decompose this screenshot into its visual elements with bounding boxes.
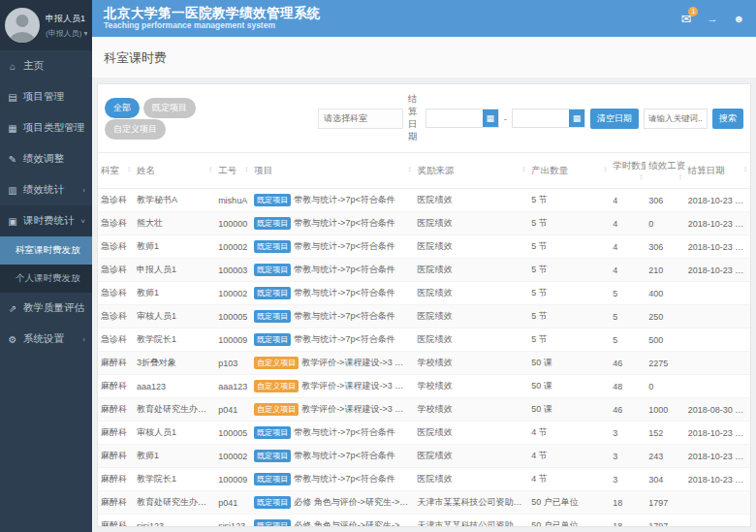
cell-department: 麻醉科 — [98, 491, 134, 515]
cell-settle-date — [685, 491, 750, 515]
column-header[interactable]: 项目↕ — [251, 153, 414, 189]
sort-icon[interactable]: ↕ — [407, 165, 411, 173]
sidebar-item-3[interactable]: ▦项目类型管理 — [0, 112, 92, 143]
message-icon[interactable]: ✉ 1 — [681, 12, 692, 26]
cell-hours: 18 — [610, 491, 646, 515]
cell-employee-id: 100002 — [215, 282, 251, 305]
search-button[interactable]: 搜索 — [712, 109, 743, 129]
table-row[interactable]: 麻醉科3折叠对象p103自定义项目教学评价->课程建设->3 本科->3 无教授… — [98, 352, 750, 375]
sidebar-item-4[interactable]: ✎绩效调整 — [0, 143, 92, 174]
cell-name: 审核人员1 — [134, 422, 215, 445]
date-end-input[interactable] — [513, 110, 569, 127]
cell-salary: 152 — [646, 422, 684, 445]
cell-employee-id: p041 — [215, 398, 251, 422]
department-select-input[interactable] — [318, 109, 403, 129]
table-row[interactable]: 急诊科教学院长1100009既定项目带教与统计->7p<符合条件医院绩效5 节5… — [98, 329, 750, 352]
project-type-badge: 既定项目 — [254, 194, 291, 206]
date-end-field: ▦ — [512, 109, 585, 128]
table-row[interactable]: 急诊科教学秘书AmishuA既定项目带教与统计->7p<符合条件医院绩效5 节4… — [98, 189, 750, 212]
project-type-badge: 既定项目 — [254, 426, 291, 439]
filter-pill-2[interactable]: 既定项目 — [143, 98, 196, 118]
column-header[interactable]: 学时数量↕ — [610, 153, 646, 189]
table-row[interactable]: 麻醉科aaa123aaa123自定义项目教学评价->课程建设->3 本科->3 … — [98, 375, 750, 398]
page-title: 科室课时费 — [92, 37, 756, 78]
cell-hours: 3 — [610, 422, 646, 445]
table-row[interactable]: 急诊科审核人员1100005既定项目带教与统计->7p<符合条件医院绩效5 节5… — [98, 305, 750, 329]
table-row[interactable]: 麻醉科sisi123sisi123既定项目必修 角色与评价->研究生->民定->… — [98, 515, 750, 528]
sort-icon[interactable]: ↕ — [743, 165, 747, 173]
column-header[interactable]: 奖励来源↕ — [414, 153, 528, 189]
column-header[interactable]: 结算日期↕ — [685, 153, 750, 189]
sidebar-item-6[interactable]: ▣课时费统计˅ — [0, 205, 92, 236]
sort-icon[interactable]: ↕ — [639, 172, 643, 181]
calendar-icon[interactable]: ▦ — [483, 110, 498, 127]
sidebar-item-7[interactable]: ⇗教学质量评估 — [0, 293, 92, 324]
app-subtitle: Teaching performance management system — [104, 21, 321, 31]
submenu-item[interactable]: 个人课时费发放 — [0, 265, 92, 293]
column-header[interactable]: 工号↕ — [215, 153, 251, 189]
gear-icon: ⚙ — [7, 334, 18, 345]
date-start-field: ▦ — [425, 109, 499, 128]
sort-icon[interactable]: ↕ — [603, 165, 607, 173]
project-type-badge: 既定项目 — [254, 496, 291, 509]
cell-name: 申报人员1 — [134, 259, 215, 282]
cell-hours: 48 — [610, 375, 646, 398]
table-row[interactable]: 麻醉科教学院长1100009既定项目带教与统计->7p<符合条件医院绩效4 节3… — [98, 468, 750, 491]
cell-name: 审核人员1 — [134, 305, 215, 329]
project-text: 带教与统计->7p<符合条件 — [294, 474, 395, 484]
column-header[interactable]: 姓名↕ — [134, 153, 215, 189]
cell-name: 教育处研究生办公室A — [134, 398, 215, 422]
table-row[interactable]: 急诊科申报人员1100003既定项目带教与统计->7p<符合条件医院绩效5 节4… — [98, 259, 750, 282]
cell-name: sisi123 — [134, 515, 215, 528]
cell-salary: 1797 — [646, 515, 684, 528]
table-row[interactable]: 麻醉科教育处研究生办公室Ap041既定项目必修 角色与评价->研究生->民定->… — [98, 491, 750, 515]
user-icon[interactable]: ☻ — [733, 13, 744, 24]
notification-badge: 1 — [688, 7, 698, 16]
sidebar-item-8[interactable]: ⚙系统设置› — [0, 324, 92, 355]
cell-salary: 1797 — [646, 491, 684, 515]
sort-icon[interactable]: ↕ — [521, 165, 525, 173]
clear-date-button[interactable]: 清空日期 — [590, 109, 639, 129]
cell-output-quantity: 50 课 — [528, 375, 610, 398]
table-row[interactable]: 急诊科教师1100002既定项目带教与统计->7p<符合条件医院绩效5 节430… — [98, 235, 750, 259]
submenu-item[interactable]: 科室课时费发放 — [0, 236, 92, 265]
project-type-badge: 既定项目 — [254, 519, 291, 527]
cell-name: 3折叠对象 — [134, 352, 215, 375]
table-row[interactable]: 急诊科熊大壮100000既定项目带教与统计->7p<符合条件医院绩效5 节402… — [98, 212, 750, 235]
cell-settle-date: 2018-10-23 00:00:00 — [685, 445, 750, 468]
filter-pill-1[interactable]: 全部 — [105, 98, 140, 118]
project-text: 必修 角色与评价->研究生->民定->教师 — [294, 497, 414, 507]
date-start-input[interactable] — [426, 110, 483, 127]
sidebar-item-2[interactable]: ▤项目管理 — [0, 81, 92, 112]
sort-icon[interactable]: ↕ — [208, 165, 212, 173]
cell-department: 麻醉科 — [98, 445, 134, 468]
column-header[interactable]: 绩效工资(元)↕ — [646, 153, 684, 189]
filter-pill-3[interactable]: 自定义项目 — [105, 119, 166, 140]
calendar-icon[interactable]: ▦ — [569, 110, 584, 127]
cell-department: 急诊科 — [98, 235, 134, 259]
cell-project: 既定项目带教与统计->7p<符合条件 — [251, 235, 414, 259]
table-row[interactable]: 麻醉科审核人员1100005既定项目带教与统计->7p<符合条件医院绩效4 节3… — [98, 422, 750, 445]
cell-salary: 0 — [646, 212, 684, 235]
sidebar-item-1[interactable]: ⌂主页 — [0, 50, 92, 81]
cell-department: 麻醉科 — [98, 515, 134, 528]
keyword-search-input[interactable] — [644, 109, 708, 129]
sidebar-item-5[interactable]: ▥绩效统计› — [0, 174, 92, 205]
sort-icon[interactable]: ↕ — [244, 165, 248, 173]
column-header[interactable]: 科室↕ — [98, 153, 134, 189]
logout-icon[interactable]: → — [707, 13, 717, 24]
column-header[interactable]: 产出数量↕ — [528, 153, 610, 189]
cell-employee-id: p041 — [215, 491, 251, 515]
table-row[interactable]: 麻醉科教育处研究生办公室Ap041自定义项目教学评价->课程建设->3 本科->… — [98, 398, 750, 422]
sort-icon[interactable]: ↕ — [127, 165, 131, 173]
table-row[interactable]: 急诊科教师1100002既定项目带教与统计->7p<符合条件医院绩效5 节540… — [98, 282, 750, 305]
table-row[interactable]: 麻醉科教师1100002既定项目带教与统计->7p<符合条件医院绩效4 节324… — [98, 445, 750, 468]
cell-output-quantity: 4 节 — [528, 422, 610, 445]
user-panel[interactable]: 申报人员1 (申报人员) ▾ — [0, 0, 92, 50]
project-type-badge: 既定项目 — [254, 450, 291, 462]
user-role[interactable]: (申报人员) ▾ — [46, 28, 87, 39]
user-name: 申报人员1 — [46, 13, 87, 25]
cell-hours: 3 — [610, 468, 646, 491]
cell-source: 医院绩效 — [414, 235, 528, 259]
sort-icon[interactable]: ↕ — [678, 172, 682, 181]
